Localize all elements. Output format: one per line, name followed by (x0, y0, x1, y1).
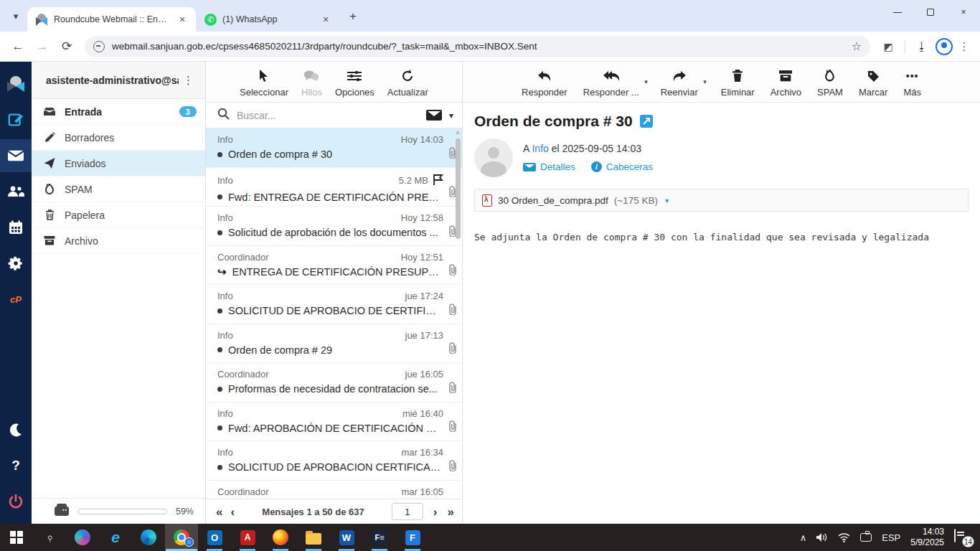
mark-button[interactable]: Marcar (859, 68, 887, 98)
message-row[interactable]: InfoHoy 12:58 Solicitud de aprobación de… (206, 207, 462, 246)
mail-nav-button[interactable] (0, 139, 32, 172)
options-button[interactable]: Opciones (335, 68, 374, 98)
headers-link[interactable]: i Cabeceras (591, 161, 653, 172)
unread-dot-icon (217, 387, 222, 392)
language-indicator[interactable]: ESP (882, 532, 900, 543)
refresh-button[interactable]: Actualizar (387, 68, 428, 98)
threads-button[interactable]: Hilos (301, 68, 322, 98)
archive-button[interactable]: Archivo (771, 68, 801, 98)
extensions-icon[interactable]: ◩ (877, 36, 899, 57)
outlook-button[interactable]: O (198, 524, 231, 551)
screen-cast-icon[interactable] (860, 533, 872, 542)
select-button[interactable]: Seleccionar (240, 68, 288, 98)
calendar-nav-button[interactable] (0, 211, 32, 244)
reply-button[interactable]: Responder (522, 68, 567, 98)
tab-close-icon[interactable]: × (176, 13, 189, 26)
scroll-up-icon[interactable]: ▲ (454, 128, 461, 136)
settings-gear-icon[interactable] (0, 247, 32, 280)
profile-avatar[interactable] (936, 38, 953, 55)
message-row[interactable]: Info 5.2 MB Fwd: ENTREGA DE CERTIFICACIÓ… (206, 168, 462, 207)
chevron-down-icon[interactable]: ▾ (449, 110, 453, 121)
message-row[interactable]: Infomié 16:40 Fwd: APROBACIÓN DE CERTIFI… (206, 402, 462, 442)
details-link[interactable]: Detalles (523, 161, 575, 172)
page-number-input[interactable] (392, 503, 423, 520)
wifi-icon[interactable] (838, 533, 850, 542)
file-explorer-button[interactable] (297, 524, 330, 551)
bookmark-star-icon[interactable]: ☆ (852, 39, 862, 53)
flow-app-button[interactable]: F (396, 524, 429, 551)
search-input[interactable] (237, 110, 419, 121)
taskbar-search-button[interactable]: ⌕ (33, 524, 66, 551)
folder-borradores[interactable]: Borradores (32, 125, 205, 151)
reload-button[interactable]: ⟳ (56, 36, 77, 57)
folder-entrada[interactable]: Entrada 3 (32, 99, 205, 125)
message-row[interactable]: Coordinadormar 16:05 (206, 481, 462, 499)
new-tab-button[interactable]: + (344, 7, 362, 26)
tab-search-button[interactable]: ▾ (6, 6, 26, 26)
message-row[interactable]: CoordinadorHoy 12:51 ↪ENTREGA DE CERTIFI… (206, 246, 462, 286)
tab-roundcube[interactable]: Roundcube Webmail :: Enviados × (27, 7, 196, 32)
tray-chevron-icon[interactable]: ∧ (800, 532, 807, 543)
folder-papelera[interactable]: Papelera (32, 202, 205, 228)
forward-button[interactable]: → (32, 36, 53, 57)
folder-enviados[interactable]: Enviados (32, 151, 205, 176)
taskbar-clock[interactable]: 14:03 5/9/2025 (910, 527, 944, 548)
back-button[interactable]: ← (7, 36, 29, 57)
recipient-link[interactable]: Info (532, 143, 548, 154)
browser-menu-icon[interactable]: ⋮ (956, 36, 973, 57)
open-in-new-window-icon[interactable] (640, 115, 653, 128)
message-row[interactable]: Infojue 17:13 Orden de compra # 29 (206, 324, 462, 364)
reply-all-button[interactable]: Responder ... ▾ (583, 68, 639, 98)
start-button[interactable] (0, 524, 33, 551)
copilot-button[interactable] (66, 524, 99, 551)
acrobat-button[interactable]: A (231, 524, 264, 551)
url-bar[interactable]: webmail.sanjuan.gob.ec/cpsess4685020211/… (85, 36, 870, 57)
dropdown-caret-icon[interactable]: ▾ (644, 78, 648, 85)
spam-button[interactable]: SPAM (817, 68, 843, 98)
message-row[interactable]: Infomar 16:34 SOLICITUD DE APROBACION CE… (206, 441, 462, 481)
folder-spam[interactable]: SPAM (32, 176, 205, 202)
prev-page-button[interactable]: ‹ (230, 506, 235, 518)
url-text[interactable]: webmail.sanjuan.gob.ec/cpsess4685020211/… (112, 41, 844, 52)
scrollbar-thumb[interactable] (456, 138, 461, 239)
logout-power-icon[interactable] (0, 485, 32, 518)
delete-button[interactable]: Eliminar (721, 68, 755, 98)
minimize-button[interactable]: — (881, 0, 914, 24)
last-page-button[interactable]: » (448, 506, 452, 518)
fes-app-button[interactable]: F≡ (363, 524, 396, 551)
message-row[interactable]: Coordinadorjue 16:05 Proformas de necesi… (206, 363, 462, 402)
contacts-nav-button[interactable] (0, 175, 32, 208)
message-row[interactable]: Infojue 17:24 SOLICITUD DE APROBACIO DE … (206, 285, 462, 324)
compose-button[interactable] (0, 103, 32, 136)
tab-whatsapp[interactable]: ✆ (1) WhatsApp × (196, 7, 339, 32)
dropdown-caret-icon[interactable]: ▾ (703, 78, 707, 85)
first-page-button[interactable]: « (216, 506, 220, 518)
flag-icon[interactable] (433, 174, 443, 188)
next-page-button[interactable]: › (433, 506, 438, 518)
close-window-button[interactable]: × (947, 0, 980, 24)
chrome-button[interactable]: ☺ (165, 524, 198, 551)
internet-explorer-button[interactable]: e (99, 524, 132, 551)
edge-button[interactable] (132, 524, 165, 551)
tab-close-icon[interactable]: × (319, 13, 332, 26)
restore-button[interactable] (914, 0, 947, 24)
firefox-button[interactable] (264, 524, 297, 551)
downloads-icon[interactable]: ⭳ (911, 36, 933, 57)
word-button[interactable]: W (330, 524, 363, 551)
account-menu-icon[interactable]: ⋮ (179, 74, 198, 87)
forward-button[interactable]: Reenviar ▾ (661, 68, 698, 98)
notification-center-button[interactable]: 14 (954, 529, 971, 545)
volume-icon[interactable] (816, 532, 828, 542)
dark-mode-moon-icon[interactable] (0, 413, 32, 446)
cpanel-logo[interactable]: cP (0, 283, 32, 316)
folder-archivo[interactable]: Archivo (32, 228, 205, 254)
more-button[interactable]: ••• Más (903, 68, 921, 98)
message-row[interactable]: InfoHoy 14:03 Orden de compra # 30 (206, 128, 462, 168)
help-icon[interactable]: ? (0, 449, 32, 482)
list-scrollbar[interactable]: ▲ (454, 128, 461, 499)
attachment-name[interactable]: 30 Orden_de_compra.pdf (498, 195, 608, 206)
search-scope-icon[interactable] (426, 110, 442, 121)
site-info-icon[interactable] (93, 41, 105, 52)
attachment-bar[interactable]: 30 Orden_de_compra.pdf (~175 KB) ▾ (474, 189, 969, 212)
attachment-menu-caret-icon[interactable]: ▾ (665, 197, 669, 204)
